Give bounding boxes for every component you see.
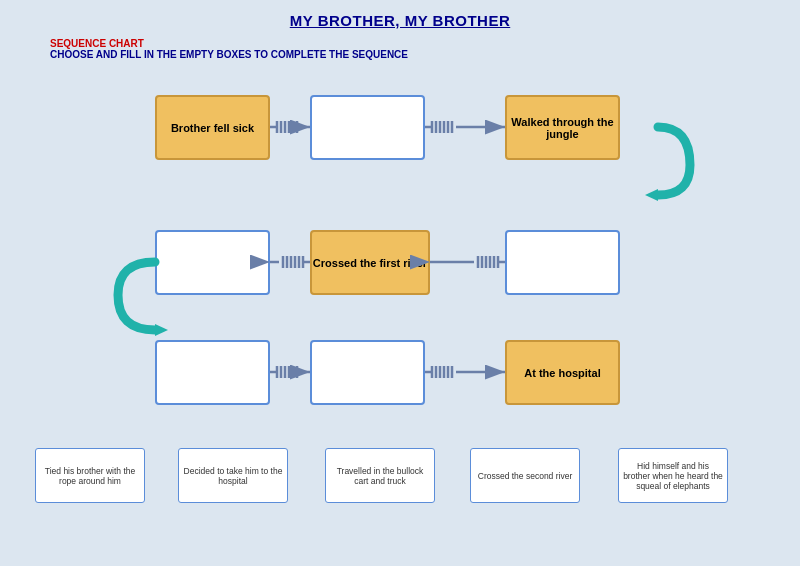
box-9[interactable]: At the hospital (505, 340, 620, 405)
connector-6-5 (430, 256, 505, 268)
svg-marker-37 (155, 324, 168, 336)
subtitle-block: SEQUENCE CHART CHOOSE AND FILL IN THE EM… (50, 38, 408, 60)
connector-7-8 (270, 366, 310, 378)
box-6[interactable] (505, 230, 620, 295)
choice-box-1[interactable]: Tied his brother with the rope around hi… (35, 448, 145, 503)
subtitle1: SEQUENCE CHART (50, 38, 408, 49)
svg-marker-20 (645, 189, 658, 201)
page: MY BROTHER, MY BROTHER SEQUENCE CHART CH… (0, 0, 800, 566)
choice-box-3[interactable]: Travelled in the bullock cart and truck (325, 448, 435, 503)
connector-8-9 (425, 366, 505, 378)
choice-box-5[interactable]: Hid himself and his brother when he hear… (618, 448, 728, 503)
connector-2-3 (425, 121, 505, 133)
box-5[interactable]: Crossed the first river (310, 230, 430, 295)
box-1[interactable]: Brother fell sick (155, 95, 270, 160)
box-4[interactable] (155, 230, 270, 295)
box-8[interactable] (310, 340, 425, 405)
box-7[interactable] (155, 340, 270, 405)
box-2[interactable] (310, 95, 425, 160)
connector-1-2 (270, 121, 310, 133)
choice-box-2[interactable]: Decided to take him to the hospital (178, 448, 288, 503)
box-3[interactable]: Walked through the jungle (505, 95, 620, 160)
page-title: MY BROTHER, MY BROTHER (0, 0, 800, 29)
choice-box-4[interactable]: Crossed the second river (470, 448, 580, 503)
subtitle2: CHOOSE AND FILL IN THE EMPTY BOXES TO CO… (50, 49, 408, 60)
connector-5-4 (270, 256, 310, 268)
